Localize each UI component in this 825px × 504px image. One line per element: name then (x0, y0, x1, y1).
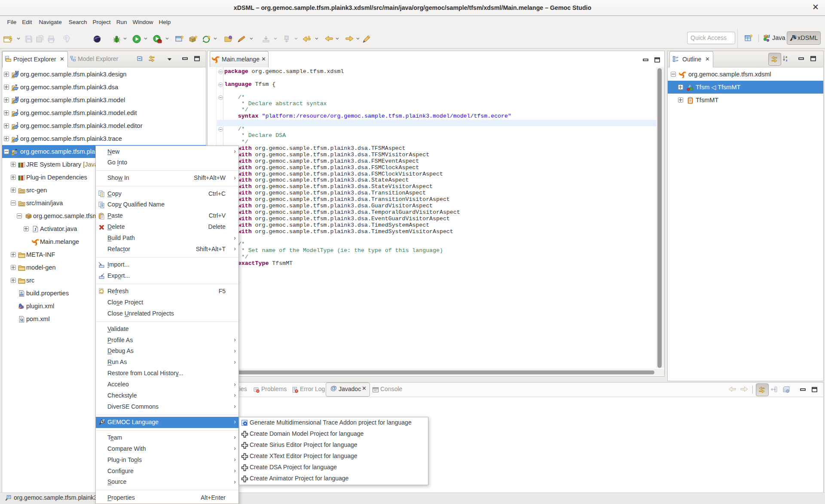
svg-text:J: J (768, 34, 770, 39)
